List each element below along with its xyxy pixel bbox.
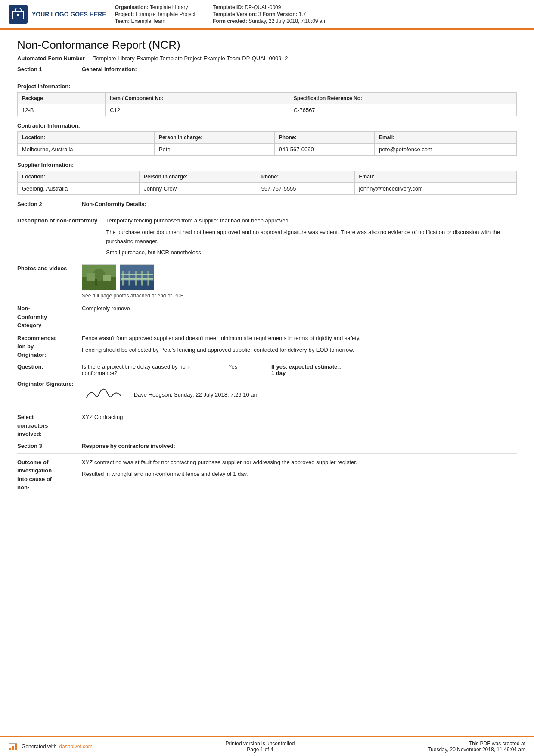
photo-thumb-1 (82, 264, 116, 290)
outcome-p1: XYZ contracting was at fault for not con… (82, 458, 517, 467)
form-number-value: Template Library-Example Template Projec… (93, 55, 288, 62)
signature-label: Originator Signature: (17, 381, 74, 387)
contractor-header-3: Email: (375, 132, 517, 144)
conformity-category-row: Non-ConformityCategory Completely remove (17, 304, 517, 330)
svg-rect-14 (147, 271, 149, 286)
supplier-cell-3: johnny@fencedlivery.com (354, 183, 516, 195)
dashpivot-link[interactable]: dashpivot.com (59, 744, 92, 750)
svg-rect-13 (141, 271, 143, 286)
page: YOUR LOGO GOES HERE Organisation: Templa… (0, 0, 534, 756)
section1-header: Section 1: General Information: (17, 66, 517, 72)
recommendation-label: Recommendation byOriginator: (17, 334, 73, 359)
logo-icon (9, 5, 28, 24)
contractors-row: Selectcontractorsinvolved: XYZ Contracti… (17, 413, 517, 438)
pdf-created-text: This PDF was created at (428, 740, 525, 747)
question-text: Is there a project time delay caused by … (82, 363, 211, 376)
form-number-row: Automated Form Number Template Library-E… (17, 55, 517, 62)
footer: Generated with dashpivot.com Printed ver… (0, 736, 534, 756)
organisation-row: Organisation: Template Library (115, 4, 196, 10)
signature-row: Originator Signature: Dave Hodgson, Sund… (17, 381, 517, 409)
signature-meta: Dave Hodgson, Sunday, 22 July 2018, 7:26… (134, 391, 259, 398)
contractors-value: XYZ Contracting (82, 413, 517, 438)
header-meta: Organisation: Template Library Project: … (115, 4, 525, 24)
project-header-0: Package (18, 93, 106, 104)
project-header-1: Item / Component No: (106, 93, 289, 104)
project-row: Project: Example Template Project (115, 11, 196, 17)
project-info-title: Project Information: (17, 83, 517, 90)
supplier-cell-2: 957-767-5555 (257, 183, 354, 195)
supplier-header-3: Email: (354, 171, 516, 183)
question-answer: Yes (228, 363, 254, 370)
supplier-row: Geelong, Australia Johnny Crew 957-767-5… (18, 183, 517, 195)
outcome-label: Outcome ofinvestigationinto cause ofnon- (17, 458, 73, 492)
description-p1: Temporary fencing purchased from a suppl… (106, 216, 517, 225)
contractor-header-1: Person in charge: (154, 132, 274, 144)
photos-label: Photos and videos (17, 264, 73, 300)
supplier-table: Location: Person in charge: Phone: Email… (17, 171, 517, 195)
section1-label: Section 1: (17, 66, 73, 72)
contractor-cell-3: pete@petefence.com (375, 144, 517, 156)
footer-left: Generated with dashpivot.com (9, 743, 93, 750)
svg-rect-20 (9, 743, 17, 744)
supplier-header-0: Location: (18, 171, 140, 183)
question-content: Is there a project time delay caused by … (82, 363, 517, 376)
photo-thumb-2 (120, 264, 154, 290)
svg-rect-16 (121, 278, 153, 280)
svg-point-1 (17, 14, 19, 16)
description-p2: The purchase order document had not been… (106, 228, 517, 246)
meta-col-left: Organisation: Template Library Project: … (115, 4, 196, 24)
meta-col-right: Template ID: DP-QUAL-0009 Template Versi… (213, 4, 327, 24)
contractor-cell-0: Melbourne, Australia (18, 144, 155, 156)
svg-rect-18 (12, 746, 14, 750)
svg-rect-7 (103, 275, 111, 281)
supplier-header-1: Person in charge: (140, 171, 257, 183)
contractors-label: Selectcontractorsinvolved: (17, 413, 73, 438)
project-cell-2: C-76567 (289, 104, 516, 116)
supplier-info-title: Supplier Information: (17, 162, 517, 168)
question-label: Question: (17, 363, 73, 376)
signature-content: Dave Hodgson, Sunday, 22 July 2018, 7:26… (82, 381, 259, 409)
description-value: Temporary fencing purchased from a suppl… (106, 216, 517, 260)
project-cell-1: C12 (106, 104, 289, 116)
contractor-cell-2: 949-567-0090 (274, 144, 374, 156)
description-label: Description of non-conformity (17, 216, 97, 260)
svg-rect-11 (129, 271, 130, 286)
project-row: 12-B C12 C-76567 (18, 104, 517, 116)
section3-title: Response by contractors involved: (82, 443, 175, 449)
project-table: Package Item / Component No: Specificati… (17, 92, 517, 116)
outcome-p2: Resulted in wrongful and non-conformant … (82, 470, 517, 479)
divider2 (17, 212, 517, 212)
section2-header: Section 2: Non-Conformity Details: (17, 201, 517, 207)
content: Non-Conformance Report (NCR) Automated F… (0, 30, 534, 736)
project-header-2: Specification Reference No: (289, 93, 516, 104)
svg-rect-17 (9, 748, 11, 750)
svg-rect-15 (121, 274, 153, 275)
logo-section: YOUR LOGO GOES HERE (9, 4, 106, 24)
footer-right: This PDF was created at Tuesday, 20 Nove… (428, 740, 525, 753)
supplier-header-2: Phone: (257, 171, 354, 183)
conformity-category-label: Non-ConformityCategory (17, 304, 73, 330)
question-row: Question: Is there a project time delay … (17, 363, 517, 376)
svg-rect-19 (15, 744, 17, 750)
svg-rect-6 (87, 273, 95, 281)
contractor-info-title: Contractor Information: (17, 122, 517, 129)
contractor-header-0: Location: (18, 132, 155, 144)
question-estimate-label: If yes, expected estimate:: (271, 363, 341, 370)
contractor-table: Location: Person in charge: Phone: Email… (17, 131, 517, 156)
logo-text: YOUR LOGO GOES HERE (32, 11, 106, 18)
supplier-cell-1: Johnny Crew (140, 183, 257, 195)
page-text: Page 1 of 4 (226, 747, 295, 753)
conformity-category-value: Completely remove (82, 304, 517, 330)
footer-center: Printed version is uncontrolled Page 1 o… (226, 740, 295, 753)
template-version-row: Template Version: 3 Form Version: 1.7 (213, 11, 327, 17)
section3-header: Section 3: Response by contractors invol… (17, 443, 517, 449)
recommendation-p2: Fencing should be collected by Pete's fe… (82, 346, 517, 355)
project-cell-0: 12-B (18, 104, 106, 116)
section3-label: Section 3: (17, 443, 73, 449)
section2-title: Non-Conformity Details: (82, 201, 146, 207)
recommendation-value: Fence wasn't form approved supplier and … (82, 334, 517, 359)
section1-title: General Information: (82, 66, 137, 72)
dashpivot-icon (9, 743, 19, 750)
outcome-value: XYZ contracting was at fault for not con… (82, 458, 517, 492)
form-created-row: Form created: Sunday, 22 July 2018, 7:18… (213, 18, 327, 24)
